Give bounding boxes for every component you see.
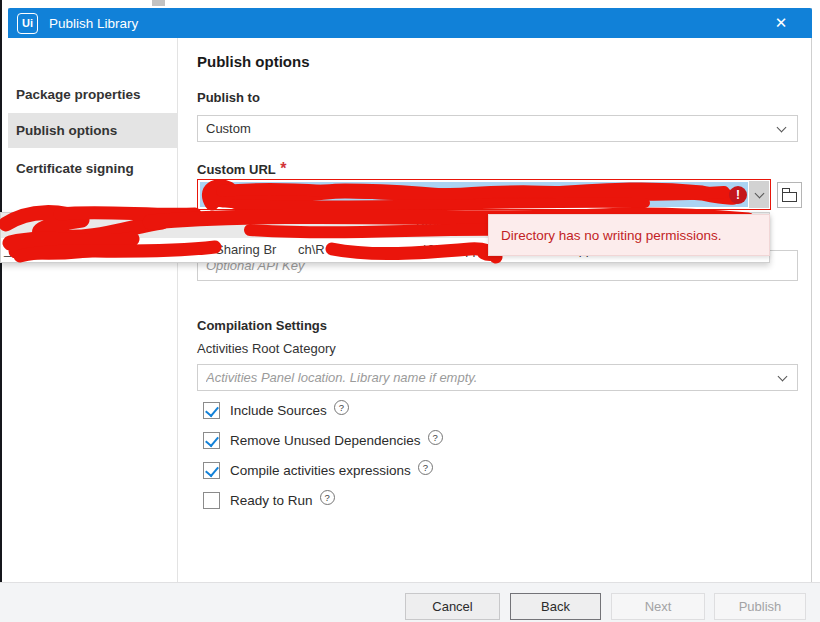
chevron-down-icon	[754, 188, 764, 198]
checkbox-ready-to-run[interactable]: Ready to Run ?	[203, 492, 335, 509]
checkbox-icon[interactable]	[203, 462, 220, 479]
checkbox-compile-activities-expressions[interactable]: Compile activities expressions ?	[203, 462, 433, 479]
close-icon[interactable]: ✕	[764, 8, 798, 38]
help-icon[interactable]: ?	[418, 460, 433, 475]
publish-to-value: Custom	[206, 121, 251, 136]
dialog-titlebar: Ui Publish Library ✕	[8, 8, 812, 38]
sidebar-item-certificate-signing[interactable]: Certificate signing	[8, 154, 178, 182]
next-button[interactable]: Next	[611, 593, 705, 620]
suggestion-text-fragment: Production	[416, 217, 478, 232]
suggestion-text-fragment: Sharing Br	[215, 242, 276, 257]
chevron-down-icon	[777, 123, 787, 133]
help-icon[interactable]: ?	[428, 430, 443, 445]
checkbox-include-sources[interactable]: Include Sources ?	[203, 402, 349, 419]
url-dropdown-button[interactable]	[749, 181, 769, 208]
activities-root-combobox[interactable]	[197, 364, 798, 391]
publish-to-select[interactable]: Custom	[197, 115, 798, 142]
checkbox-icon[interactable]	[203, 492, 220, 509]
checkbox-remove-unused-dependencies[interactable]: Remove Unused Dependencies ?	[203, 432, 443, 449]
screenshot-canvas: Ui Publish Library ✕ Package properties …	[0, 0, 820, 622]
checkbox-label: Include Sources	[230, 402, 327, 419]
required-asterisk: *	[280, 160, 286, 177]
error-icon: !	[729, 186, 747, 204]
suggestion-text-fragment: ch\R	[298, 242, 325, 257]
activities-root-label: Activities Root Category	[197, 341, 336, 356]
custom-url-label: Custom URL *	[197, 160, 286, 178]
custom-url-combobox[interactable]: !	[197, 179, 771, 210]
error-tooltip: Directory has no writing permissions.	[488, 214, 770, 256]
dialog-title: Publish Library	[49, 16, 138, 31]
checkbox-label: Remove Unused Dependencies	[230, 432, 421, 449]
browse-folder-button[interactable]	[777, 182, 802, 208]
compilation-settings-heading: Compilation Settings	[197, 318, 327, 333]
background-artifact	[152, 0, 165, 6]
dialog-sidebar: Package properties Publish options Certi…	[8, 38, 178, 582]
suggestion-text-fragment: _EV (ErP \Systems a	[4, 242, 126, 257]
sidebar-item-publish-options[interactable]: Publish options	[8, 113, 178, 148]
screen-edge-strip	[0, 0, 2, 583]
publish-to-label: Publish to	[197, 90, 260, 105]
cancel-button[interactable]: Cancel	[405, 593, 500, 620]
publish-button[interactable]: Publish	[714, 593, 806, 620]
checkbox-label: Ready to Run	[230, 492, 313, 509]
back-button[interactable]: Back	[510, 593, 601, 620]
dialog-footer: Cancel Back Next Publish	[0, 582, 820, 622]
checkbox-label: Compile activities expressions	[230, 462, 411, 479]
uipath-logo-icon: Ui	[17, 13, 38, 34]
checkbox-icon[interactable]	[203, 402, 220, 419]
sidebar-item-package-properties[interactable]: Package properties	[8, 80, 178, 108]
page-title: Publish options	[197, 53, 310, 70]
url-text-selection	[200, 182, 748, 207]
help-icon[interactable]: ?	[334, 400, 349, 415]
checkbox-icon[interactable]	[203, 432, 220, 449]
folder-icon	[782, 192, 797, 202]
help-icon[interactable]: ?	[320, 490, 335, 505]
activities-root-input[interactable]	[197, 364, 798, 391]
